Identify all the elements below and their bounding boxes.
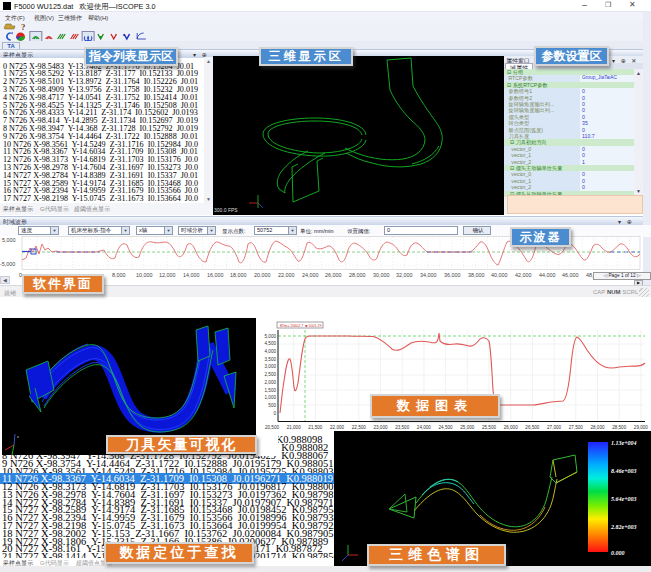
- svg-text:29,000: 29,000: [634, 425, 648, 430]
- svg-text:23,500: 23,500: [395, 425, 409, 430]
- svg-text:23,000: 23,000: [373, 425, 387, 430]
- svg-text:8.46e+003: 8.46e+003: [611, 468, 637, 474]
- svg-text:1,000: 1,000: [265, 395, 277, 400]
- svg-text:20,500: 20,500: [265, 425, 279, 430]
- svg-text:2,500: 2,500: [265, 372, 277, 377]
- svg-text:0.000: 0.000: [611, 550, 625, 556]
- svg-text:5,000: 5,000: [265, 334, 277, 339]
- svg-text:4,000: 4,000: [265, 349, 277, 354]
- svg-text:22,000: 22,000: [330, 425, 344, 430]
- svg-text:500: 500: [268, 403, 276, 408]
- svg-text:3,500: 3,500: [265, 357, 277, 362]
- svg-text:28,500: 28,500: [612, 425, 626, 430]
- svg-text:26,000: 26,000: [504, 425, 518, 430]
- svg-text:时间= 20602.7 ■ 5001.29: 时间= 20602.7 ■ 5001.29: [280, 323, 321, 328]
- svg-text:21,000: 21,000: [287, 425, 301, 430]
- svg-text:2,000: 2,000: [265, 380, 277, 385]
- svg-text:1,500: 1,500: [265, 388, 277, 393]
- svg-text:4,500: 4,500: [265, 341, 277, 346]
- svg-text:27,500: 27,500: [569, 425, 583, 430]
- svg-text:?: ?: [21, 22, 26, 32]
- svg-text:0: 0: [273, 411, 276, 416]
- svg-text:26,500: 26,500: [525, 425, 539, 430]
- svg-text:25,500: 25,500: [482, 425, 496, 430]
- svg-text:3,000: 3,000: [265, 364, 277, 369]
- svg-text:24,000: 24,000: [417, 425, 431, 430]
- svg-text:21,500: 21,500: [308, 425, 322, 430]
- svg-text:2.82e+003: 2.82e+003: [610, 524, 637, 530]
- svg-text:1.13e+004: 1.13e+004: [611, 440, 637, 446]
- svg-text:27,000: 27,000: [547, 425, 561, 430]
- svg-text:5.64e+003: 5.64e+003: [611, 496, 637, 502]
- svg-text:28,000: 28,000: [590, 425, 604, 430]
- svg-text:22,500: 22,500: [352, 425, 366, 430]
- svg-text:25,000: 25,000: [460, 425, 474, 430]
- svg-text:24,500: 24,500: [439, 425, 453, 430]
- svg-text:z: z: [17, 434, 19, 439]
